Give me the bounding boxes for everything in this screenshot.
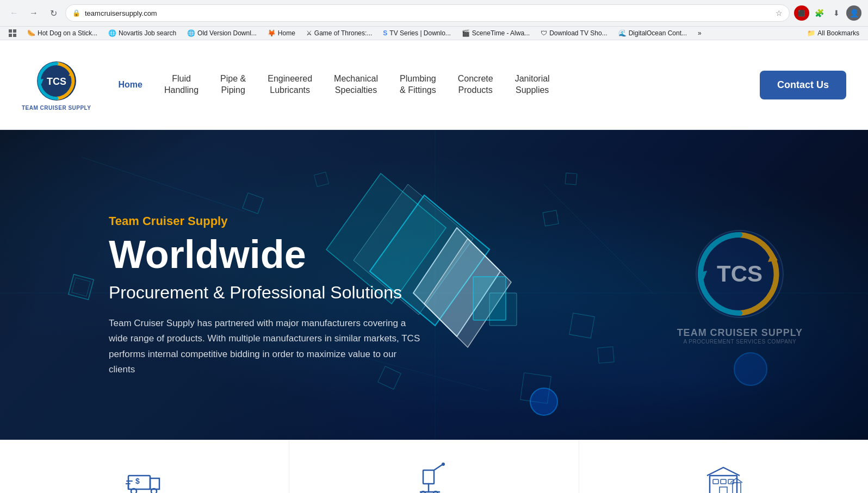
svg-line-44 (434, 465, 442, 470)
hero-watermark-subtext: A PROCUREMENT SERVICES COMPANY (683, 339, 796, 345)
hero-content: Team Cruiser Supply Worldwide Procuremen… (0, 192, 489, 377)
bookmark-tv-series[interactable]: S TV Series | Downlo... (379, 28, 455, 39)
bookmark-digitalocean[interactable]: 🌊 DigitalOcean Cont... (614, 28, 691, 39)
hero-section: Team Cruiser Supply Worldwide Procuremen… (0, 130, 868, 440)
bookmark-download-tv[interactable]: 🛡 Download TV Sho... (536, 28, 612, 39)
url-input[interactable]: teamcruisersupply.com (85, 9, 771, 17)
bookmark-scenetime[interactable]: 🎬 SceneTime - Alwa... (457, 28, 534, 39)
svg-text:$: $ (135, 477, 140, 485)
cards-section: $ Fast Shipping Contact Us (0, 440, 868, 493)
svg-rect-48 (721, 479, 726, 484)
card-contact-us: Contact Us (289, 440, 579, 493)
nav-home[interactable]: Home (107, 75, 153, 95)
tcs-logo: TCS (35, 59, 78, 103)
handshake-icon (415, 462, 453, 493)
svg-text:TCS: TCS (717, 261, 762, 286)
forward-button[interactable]: → (26, 5, 41, 21)
address-bar: 🔒 teamcruisersupply.com ☆ (65, 4, 790, 22)
nav-pipe-piping[interactable]: Pipe &Piping (209, 69, 257, 101)
profile-button[interactable]: 👤 (846, 5, 861, 21)
truck-icon: $ (126, 462, 164, 493)
hero-watermark-logo: TCS (691, 225, 789, 323)
lock-icon: 🔒 (72, 9, 80, 17)
hero-watermark-text: TEAM CRUISER SUPPLY (677, 327, 803, 339)
svg-rect-50 (720, 487, 727, 493)
hero-subtitle: Team Cruiser Supply (109, 214, 489, 228)
hero-description: Team Cruiser Supply has partnered with m… (109, 316, 424, 377)
logo-area[interactable]: TCS TEAM CRUISER SUPPLY (22, 59, 91, 111)
bookmark-hot-dog[interactable]: 🌭 Hot Dog on a Stick... (23, 28, 102, 39)
svg-text:TCS: TCS (47, 76, 66, 87)
browser-actions: ⬛ 🧩 ⬇ 👤 (794, 5, 861, 21)
nav-mechanical-specialties[interactable]: MechanicalSpecialties (323, 69, 389, 101)
card-fast-shipping: $ Fast Shipping (0, 440, 289, 493)
browser-toolbar: ← → ↻ 🔒 teamcruisersupply.com ☆ ⬛ 🧩 ⬇ 👤 (0, 0, 868, 26)
svg-rect-39 (423, 470, 434, 484)
bookmark-novartis[interactable]: 🌐 Novartis Job search (104, 28, 181, 39)
back-button[interactable]: ← (7, 5, 22, 21)
warehouse-icon (704, 462, 742, 493)
svg-point-35 (151, 489, 157, 493)
navigation-bar: TCS TEAM CRUISER SUPPLY Home FluidHandli… (0, 40, 868, 130)
download-button[interactable]: ⬇ (829, 5, 844, 21)
nav-engineered-lubricants[interactable]: EngineeredLubricants (257, 69, 323, 101)
reload-button[interactable]: ↻ (46, 5, 61, 21)
nav-plumbing-fittings[interactable]: Plumbing& Fittings (389, 69, 447, 101)
nav-concrete-products[interactable]: ConcreteProducts (447, 69, 504, 101)
website: TCS TEAM CRUISER SUPPLY Home FluidHandli… (0, 40, 868, 493)
hero-watermark: TCS TEAM CRUISER SUPPLY A PROCUREMENT SE… (677, 225, 803, 345)
bookmarks-bar: 🌭 Hot Dog on a Stick... 🌐 Novartis Job s… (0, 26, 868, 40)
bookmark-apps[interactable] (4, 28, 21, 39)
card-multi-warehouse: Multi Wareh... (579, 440, 868, 493)
hero-title: Worldwide Procurement & Professional Sol… (109, 235, 489, 303)
bookmark-old-version[interactable]: 🌐 Old Version Downl... (183, 28, 261, 39)
bookmark-got[interactable]: ⚔ Game of Thrones:... (302, 28, 377, 39)
bookmark-more[interactable]: » (693, 28, 706, 39)
svg-point-34 (131, 489, 137, 493)
nav-fluid-handling[interactable]: FluidHandling (153, 69, 209, 101)
svg-point-45 (442, 463, 445, 466)
contact-us-button[interactable]: Contact Us (760, 71, 846, 99)
logo-text: TEAM CRUISER SUPPLY (22, 105, 91, 111)
extension-puzzle[interactable]: 🧩 (811, 5, 827, 21)
bookmark-all[interactable]: 📁 All Bookmarks (803, 28, 864, 39)
svg-marker-33 (150, 478, 159, 489)
hero-title-big: Worldwide (109, 235, 306, 274)
extensions-button[interactable]: ⬛ (794, 5, 809, 21)
browser-chrome: ← → ↻ 🔒 teamcruisersupply.com ☆ ⬛ 🧩 ⬇ 👤 … (0, 0, 868, 40)
svg-rect-47 (713, 479, 718, 484)
hero-title-sub: Procurement & Professional Solutions (109, 283, 402, 303)
star-icon[interactable]: ☆ (776, 9, 783, 17)
nav-links: Home FluidHandling Pipe &Piping Engineer… (107, 69, 760, 101)
bookmark-home[interactable]: 🦊 Home (263, 28, 300, 39)
nav-janitorial-supplies[interactable]: JanitorialSupplies (504, 69, 561, 101)
